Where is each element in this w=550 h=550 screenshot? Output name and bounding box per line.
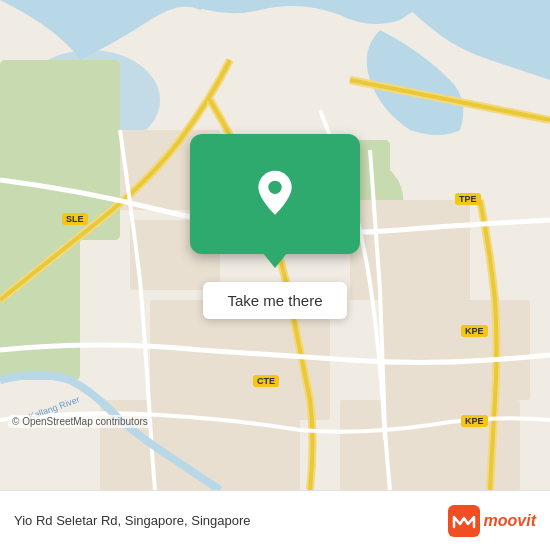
- moovit-text: moovit: [484, 512, 536, 530]
- location-pin-icon: [250, 169, 300, 219]
- take-me-there-button[interactable]: Take me there: [203, 282, 346, 319]
- svg-rect-8: [380, 300, 530, 400]
- road-badge-sle: SLE: [62, 213, 88, 225]
- svg-point-13: [268, 181, 281, 194]
- road-badge-kpe1: KPE: [461, 325, 488, 337]
- address-label: Yio Rd Seletar Rd, Singapore, Singapore: [14, 513, 448, 528]
- map-container: Kallang River SLE TPE CTE CTE KPE KPE Ta…: [0, 0, 550, 490]
- road-badge-kpe2: KPE: [461, 415, 488, 427]
- road-badge-cte2: CTE: [253, 375, 279, 387]
- moovit-logo: moovit: [448, 505, 536, 537]
- moovit-logo-icon: [448, 505, 480, 537]
- svg-rect-7: [350, 200, 470, 300]
- bottom-bar: Yio Rd Seletar Rd, Singapore, Singapore …: [0, 490, 550, 550]
- popup-card: [190, 134, 360, 254]
- location-popup: Take me there: [190, 134, 360, 319]
- osm-credit: © OpenStreetMap contributors: [8, 415, 152, 428]
- road-badge-tpe: TPE: [455, 193, 481, 205]
